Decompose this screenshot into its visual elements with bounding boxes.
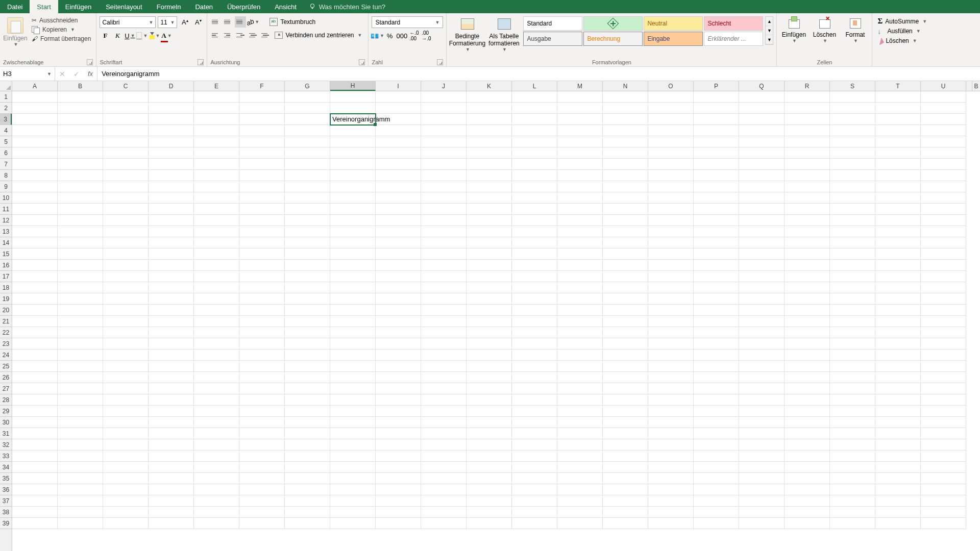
cell-R3[interactable] (785, 114, 830, 125)
cell-C37[interactable] (103, 495, 149, 507)
cell-I39[interactable] (376, 518, 421, 529)
cell-P15[interactable] (694, 248, 739, 260)
cell-J37[interactable] (421, 495, 467, 507)
cell-Q1[interactable] (739, 91, 785, 103)
cell-U4[interactable] (921, 125, 966, 136)
cell-O24[interactable] (648, 349, 694, 361)
cell-N13[interactable] (603, 226, 648, 237)
cell-O16[interactable] (648, 260, 694, 271)
cell-A19[interactable] (12, 293, 58, 305)
cell-H35[interactable] (330, 473, 376, 484)
cell-J4[interactable] (421, 125, 467, 136)
dialog-launcher-clipboard[interactable] (87, 59, 93, 65)
cell-T2[interactable] (875, 103, 921, 114)
column-header-U[interactable]: U (921, 81, 966, 91)
cell-F21[interactable] (239, 316, 285, 327)
cell-O32[interactable] (648, 439, 694, 450)
cell-K35[interactable] (467, 473, 512, 484)
cell-I17[interactable] (376, 271, 421, 282)
italic-button[interactable]: K (112, 30, 123, 41)
cell-N14[interactable] (603, 237, 648, 248)
cell-F25[interactable] (239, 361, 285, 372)
cell-R22[interactable] (785, 327, 830, 338)
cell-L11[interactable] (512, 204, 557, 215)
cell-G7[interactable] (285, 159, 330, 170)
column-header-K[interactable]: K (467, 81, 512, 91)
column-header-Q[interactable]: Q (739, 81, 785, 91)
cell-S12[interactable] (830, 215, 875, 226)
cell-I9[interactable] (376, 181, 421, 192)
cell-M9[interactable] (557, 181, 603, 192)
cell-H38[interactable] (330, 507, 376, 518)
cell-Q29[interactable] (739, 406, 785, 417)
cell-Q28[interactable] (739, 394, 785, 406)
cell-G13[interactable] (285, 226, 330, 237)
cell-N24[interactable] (603, 349, 648, 361)
cell-C5[interactable] (103, 136, 149, 147)
cell-E24[interactable] (194, 349, 239, 361)
cell-G1[interactable] (285, 91, 330, 103)
decrease-decimal-button[interactable]: .00→.0 (421, 30, 432, 41)
cell-Q13[interactable] (739, 226, 785, 237)
cell-H3[interactable]: Vereinorganigramm (330, 114, 376, 125)
cell-Q22[interactable] (739, 327, 785, 338)
tab-file[interactable]: Datei (0, 0, 30, 13)
cell-H20[interactable] (330, 305, 376, 316)
cell-C23[interactable] (103, 338, 149, 349)
cell-D10[interactable] (149, 192, 194, 204)
cell-B15[interactable] (58, 248, 103, 260)
cell-A31[interactable] (12, 428, 58, 439)
cell-M21[interactable] (557, 316, 603, 327)
cell-N19[interactable] (603, 293, 648, 305)
cell-Q16[interactable] (739, 260, 785, 271)
cell-G9[interactable] (285, 181, 330, 192)
cell-I24[interactable] (376, 349, 421, 361)
cell-M8[interactable] (557, 170, 603, 181)
cell-I38[interactable] (376, 507, 421, 518)
cell-C13[interactable] (103, 226, 149, 237)
cell-U6[interactable] (921, 147, 966, 159)
row-header-17[interactable]: 17 (0, 271, 12, 282)
gallery-scroll-down[interactable]: ▼ (766, 26, 773, 35)
cell-C33[interactable] (103, 450, 149, 462)
cell-G5[interactable] (285, 136, 330, 147)
cell-K32[interactable] (467, 439, 512, 450)
cell-J19[interactable] (421, 293, 467, 305)
cell-S29[interactable] (830, 406, 875, 417)
select-all-corner[interactable] (0, 81, 12, 91)
cell-R12[interactable] (785, 215, 830, 226)
cell-F15[interactable] (239, 248, 285, 260)
cell-P25[interactable] (694, 361, 739, 372)
cell-M15[interactable] (557, 248, 603, 260)
cell-N37[interactable] (603, 495, 648, 507)
cell-E38[interactable] (194, 507, 239, 518)
cell-G4[interactable] (285, 125, 330, 136)
cell-H24[interactable] (330, 349, 376, 361)
cell-H8[interactable] (330, 170, 376, 181)
cell-T9[interactable] (875, 181, 921, 192)
cell-M37[interactable] (557, 495, 603, 507)
cell-G29[interactable] (285, 406, 330, 417)
cell-C3[interactable] (103, 114, 149, 125)
cell-E39[interactable] (194, 518, 239, 529)
cell-M16[interactable] (557, 260, 603, 271)
cell-A26[interactable] (12, 372, 58, 383)
cell-E1[interactable] (194, 91, 239, 103)
cell-C11[interactable] (103, 204, 149, 215)
cell-G20[interactable] (285, 305, 330, 316)
cell-F8[interactable] (239, 170, 285, 181)
cell-S11[interactable] (830, 204, 875, 215)
cell-H37[interactable] (330, 495, 376, 507)
cell-N16[interactable] (603, 260, 648, 271)
cell-F33[interactable] (239, 450, 285, 462)
cell-U32[interactable] (921, 439, 966, 450)
cell-K7[interactable] (467, 159, 512, 170)
cell-L5[interactable] (512, 136, 557, 147)
cell-H29[interactable] (330, 406, 376, 417)
cell-U35[interactable] (921, 473, 966, 484)
cell-H6[interactable] (330, 147, 376, 159)
cell-P2[interactable] (694, 103, 739, 114)
cell-O37[interactable] (648, 495, 694, 507)
cell-R39[interactable] (785, 518, 830, 529)
cell-K20[interactable] (467, 305, 512, 316)
